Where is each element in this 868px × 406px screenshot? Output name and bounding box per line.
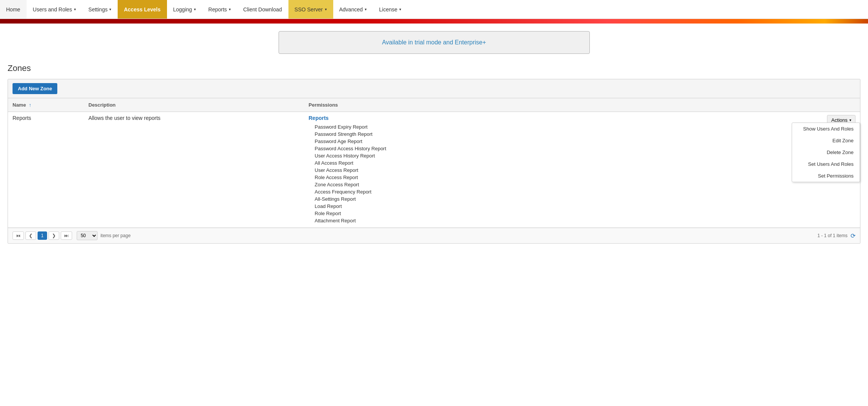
nav-label-settings: Settings xyxy=(88,6,108,13)
action-item-set-users-roles[interactable]: Set Users And Roles xyxy=(792,158,860,170)
page-info-text: 1 - 1 of 1 items xyxy=(818,233,848,238)
zones-table: Name ↑ Description Permissions ReportsAl… xyxy=(8,98,860,228)
action-item-delete-zone[interactable]: Delete Zone xyxy=(792,146,860,158)
col-header-name: Name ↑ xyxy=(8,98,84,112)
page-last-button[interactable]: ⏭ xyxy=(61,231,72,240)
table-row: ReportsAllows the user to view reportsRe… xyxy=(8,112,860,228)
permission-item: Attachment Report xyxy=(309,217,810,224)
items-per-page-label: items per page xyxy=(101,233,131,238)
permission-item: Password Expiry Report xyxy=(309,123,810,131)
cell-description: Allows the user to view reports xyxy=(84,112,304,228)
col-header-actions xyxy=(814,98,860,112)
nav-label-reports: Reports xyxy=(208,6,227,13)
page-prev-button[interactable]: ❮ xyxy=(25,231,36,240)
page-1-button[interactable]: 1 xyxy=(38,231,47,240)
action-item-set-permissions[interactable]: Set Permissions xyxy=(792,170,860,182)
cell-actions: Actions▾Show Users And RolesEdit ZoneDel… xyxy=(814,112,860,228)
page-first-button[interactable]: ⏮ xyxy=(13,231,24,240)
nav-label-users-roles: Users and Roles xyxy=(33,6,72,13)
permission-item: Password Age Report xyxy=(309,138,810,145)
permission-item: Load Report xyxy=(309,203,810,210)
permission-item: User Access Report xyxy=(309,167,810,174)
main-nav: Home Users and Roles ▾ Settings ▾ Access… xyxy=(0,0,868,19)
caret-icon: ▾ xyxy=(109,7,111,11)
nav-label-sso-server: SSO Server xyxy=(295,6,323,13)
page-next-button[interactable]: ❯ xyxy=(49,231,59,240)
nav-label-license: License xyxy=(379,6,397,13)
sort-arrow-name[interactable]: ↑ xyxy=(29,102,32,108)
permission-item: User Access History Report xyxy=(309,152,810,159)
nav-item-advanced[interactable]: Advanced ▾ xyxy=(333,0,373,19)
caret-icon: ▾ xyxy=(849,118,851,122)
red-accent-bar xyxy=(0,19,868,24)
action-item-show-users-roles[interactable]: Show Users And Roles xyxy=(792,123,860,135)
permission-item: Role Report xyxy=(309,210,810,217)
caret-icon: ▾ xyxy=(325,7,327,11)
trial-banner-text: Available in trial mode and Enterprise+ xyxy=(382,39,486,46)
add-new-zone-button[interactable]: Add New Zone xyxy=(13,83,57,94)
col-header-description: Description xyxy=(84,98,304,112)
caret-icon: ▾ xyxy=(399,7,401,11)
caret-icon: ▾ xyxy=(194,7,196,11)
nav-item-license[interactable]: License ▾ xyxy=(373,0,408,19)
pagination-bar: ⏮ ❮ 1 ❯ ⏭ 50 25 100 items per page 1 - 1… xyxy=(8,228,860,243)
nav-label-home: Home xyxy=(6,6,20,13)
actions-label: Actions xyxy=(831,117,848,123)
caret-icon: ▾ xyxy=(229,7,231,11)
table-header-row: Name ↑ Description Permissions xyxy=(8,98,860,112)
nav-label-logging: Logging xyxy=(173,6,192,13)
nav-item-client-download[interactable]: Client Download xyxy=(237,0,288,19)
permission-item: All-Settings Report xyxy=(309,195,810,203)
table-toolbar: Add New Zone xyxy=(8,79,860,98)
actions-dropdown-menu: Show Users And RolesEdit ZoneDelete Zone… xyxy=(792,123,860,182)
permission-item: Role Access Report xyxy=(309,174,810,181)
cell-name: Reports xyxy=(8,112,84,228)
nav-label-advanced: Advanced xyxy=(339,6,363,13)
cell-permissions: ReportsPassword Expiry ReportPassword St… xyxy=(304,112,814,228)
permission-item: Access Frequency Report xyxy=(309,188,810,195)
permission-item: Password Access History Report xyxy=(309,145,810,152)
permissions-header: Reports xyxy=(309,115,810,121)
page-title: Zones xyxy=(8,63,860,73)
caret-icon: ▾ xyxy=(365,7,367,11)
main-content: Available in trial mode and Enterprise+ … xyxy=(0,24,868,251)
nav-item-logging[interactable]: Logging ▾ xyxy=(167,0,202,19)
nav-item-users-roles[interactable]: Users and Roles ▾ xyxy=(27,0,82,19)
zones-table-container: Add New Zone Name ↑ Description Permissi… xyxy=(8,79,860,244)
caret-icon: ▾ xyxy=(74,7,76,11)
page-info: 1 - 1 of 1 items ⟳ xyxy=(818,232,855,239)
nav-item-access-levels[interactable]: Access Levels xyxy=(118,0,167,19)
nav-item-reports[interactable]: Reports ▾ xyxy=(202,0,237,19)
nav-label-client-download: Client Download xyxy=(243,6,282,13)
permission-item: Zone Access Report xyxy=(309,181,810,188)
permission-item: Password Strength Report xyxy=(309,131,810,138)
permission-item: All Access Report xyxy=(309,159,810,167)
nav-label-access-levels: Access Levels xyxy=(124,6,161,13)
nav-item-settings[interactable]: Settings ▾ xyxy=(82,0,118,19)
action-item-edit-zone[interactable]: Edit Zone xyxy=(792,135,860,146)
nav-item-sso-server[interactable]: SSO Server ▾ xyxy=(288,0,333,19)
col-header-permissions: Permissions xyxy=(304,98,814,112)
refresh-icon[interactable]: ⟳ xyxy=(851,232,855,239)
items-per-page-select[interactable]: 50 25 100 xyxy=(77,231,98,240)
nav-item-home[interactable]: Home xyxy=(0,0,27,19)
trial-banner: Available in trial mode and Enterprise+ xyxy=(279,31,590,54)
